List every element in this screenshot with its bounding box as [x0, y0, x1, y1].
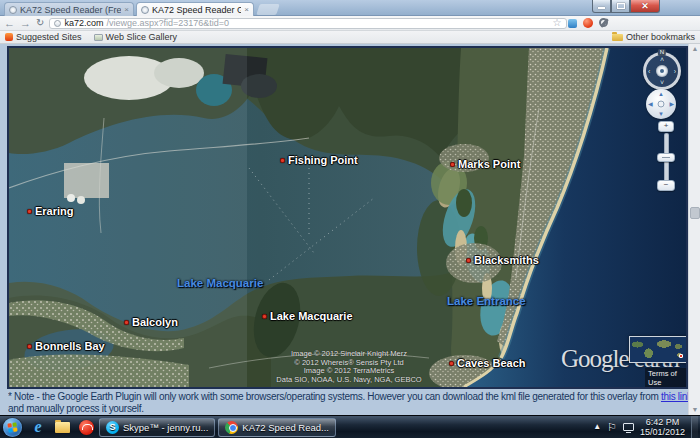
wrench-menu-icon[interactable] [599, 18, 609, 28]
url-host: ka72.com [64, 18, 103, 28]
bookmark-web-slice-gallery[interactable]: Web Slice Gallery [94, 32, 177, 42]
bookmark-suggested-sites[interactable]: Suggested Sites [5, 32, 82, 42]
placemark-marks-point[interactable]: Marks Point [450, 158, 520, 170]
tab-close-icon[interactable]: × [244, 5, 249, 14]
placemark-bonnells-bay[interactable]: Bonnells Bay [27, 340, 105, 352]
chrome-task-label: KA72 Speed Read... [242, 422, 329, 433]
overview-world-map[interactable] [629, 336, 686, 363]
close-icon: ✕ [641, 2, 649, 11]
show-hidden-icons-button[interactable]: ▲ [593, 423, 601, 431]
desktop-screen: KA72 Speed Reader (Free) × KA72 Speed Re… [0, 0, 700, 438]
back-button[interactable]: ← [4, 18, 15, 29]
address-bar[interactable]: ka72.com/viewge.aspx?fid=23176&tid=0 [49, 18, 567, 29]
look-right-arrow-icon[interactable]: › [674, 68, 676, 75]
water-label-lake-macquarie: Lake Macquarie [177, 277, 263, 289]
placemark-eraring[interactable]: Eraring [27, 205, 74, 217]
skype-task-button[interactable]: S Skype™ - jenny.ru... [99, 418, 215, 437]
placemark-balcolyn[interactable]: Balcolyn [124, 316, 178, 328]
url-path: /viewge.aspx?fid=23176&tid=0 [106, 18, 229, 28]
placemark-label: Lake Macquarie [270, 310, 353, 322]
windows-explorer-button[interactable] [51, 418, 73, 437]
internet-explorer-button[interactable]: e [27, 418, 49, 437]
move-down-arrow-icon[interactable]: ▼ [658, 111, 664, 117]
placemark-label: Fishing Point [288, 154, 358, 166]
folder-icon [612, 34, 623, 41]
tab-favicon-globe-icon [141, 6, 149, 14]
vertical-scrollbar[interactable]: ▲ ▼ [688, 44, 700, 415]
minimize-button[interactable] [592, 0, 611, 13]
placemark-dot-icon [280, 158, 285, 163]
page-note: * Note - the Google Earth Plugin will on… [8, 391, 698, 415]
trend-micro-button[interactable] [75, 418, 97, 437]
tab-ka72-google-earth[interactable]: KA72 Speed Reader Googl × [136, 2, 254, 16]
forward-button[interactable]: → [20, 18, 31, 29]
page-content: Fishing Point Marks Point Eraring Blacks… [0, 44, 700, 415]
look-up-arrow-icon[interactable]: ˄ [660, 56, 664, 63]
windows-flag-icon [7, 422, 17, 432]
scroll-down-arrow-icon[interactable]: ▼ [689, 405, 700, 415]
tab-title: KA72 Speed Reader (Free) [20, 5, 121, 15]
window-controls: ✕ [592, 0, 660, 13]
google-earth-plugin: Fishing Point Marks Point Eraring Blacks… [7, 46, 688, 389]
look-joystick[interactable]: N ˄ ˅ ‹ › [643, 52, 681, 90]
start-button[interactable] [3, 418, 22, 437]
placemark-fishing-point[interactable]: Fishing Point [280, 154, 358, 166]
reload-button[interactable]: ↻ [36, 18, 44, 28]
copyright-line: Data SIO, NOAA, U.S. Navy, NGA, GEBCO [239, 376, 459, 385]
satellite-imagery [9, 48, 686, 387]
satellite-map[interactable]: Fishing Point Marks Point Eraring Blacks… [9, 48, 686, 387]
tab-title: KA72 Speed Reader Googl [152, 5, 241, 15]
move-left-arrow-icon[interactable]: ◀ [648, 101, 653, 107]
move-right-arrow-icon[interactable]: ▶ [669, 101, 674, 107]
minimize-icon [598, 7, 605, 9]
bookmark-label: Suggested Sites [16, 32, 82, 42]
tab-ka72-free[interactable]: KA72 Speed Reader (Free) × [4, 2, 134, 16]
zoom-in-button[interactable]: + [658, 121, 674, 132]
terms-of-use-link[interactable]: Terms of Use [645, 368, 686, 387]
zoom-out-button[interactable]: − [657, 180, 675, 191]
show-desktop-button[interactable] [691, 416, 698, 438]
zoom-slider-handle[interactable] [657, 153, 675, 162]
placemark-label: Caves Beach [457, 357, 526, 369]
internet-explorer-icon: e [34, 419, 41, 435]
placemark-blacksmiths[interactable]: Blacksmiths [466, 254, 539, 266]
chrome-task-button[interactable]: KA72 Speed Read... [218, 418, 336, 437]
action-center-flag-icon[interactable]: ⚐ [607, 422, 617, 433]
blue-extension-icon[interactable] [568, 19, 577, 28]
skype-icon: S [106, 421, 119, 434]
scroll-up-arrow-icon[interactable]: ▲ [689, 44, 700, 54]
move-up-arrow-icon[interactable]: ▲ [658, 91, 664, 97]
scrollbar-thumb[interactable] [690, 207, 700, 219]
other-bookmarks-label: Other bookmarks [626, 32, 695, 42]
taskbar-clock[interactable]: 6:42 PM 15/01/2012 [640, 417, 685, 437]
placemark-caves-beach[interactable]: Caves Beach [449, 357, 526, 369]
bookmark-label: Web Slice Gallery [106, 32, 177, 42]
tab-close-icon[interactable]: × [124, 5, 129, 14]
skype-task-label: Skype™ - jenny.ru... [123, 422, 208, 433]
placemark-dot-icon [466, 258, 471, 263]
close-button[interactable]: ✕ [630, 0, 660, 13]
placemark-dot-icon [27, 344, 32, 349]
look-down-arrow-icon[interactable]: ˅ [660, 79, 664, 86]
look-center-eye-icon[interactable] [656, 65, 668, 77]
map-copyright: Image © 2012 Sinclair Knight Merz © 2012… [239, 350, 459, 384]
move-joystick[interactable]: ▲ ▼ ◀ ▶ [646, 89, 676, 119]
windows-taskbar: e S Skype™ - jenny.ru... KA72 Speed Read… [0, 415, 700, 438]
placemark-lake-macquarie[interactable]: Lake Macquarie [262, 310, 353, 322]
bookmark-star-icon[interactable]: ☆ [552, 18, 561, 28]
red-extension-icon[interactable] [583, 18, 593, 28]
move-center-icon[interactable] [658, 101, 665, 108]
overview-location-marker-icon [679, 354, 683, 358]
tab-favicon-globe-icon [9, 6, 17, 14]
display-settings-icon[interactable] [623, 423, 634, 431]
placemark-label: Bonnells Bay [35, 340, 105, 352]
note-text: * Note - the Google Earth Plugin will on… [8, 391, 658, 402]
other-bookmarks-button[interactable]: Other bookmarks [612, 32, 695, 42]
new-tab-button[interactable] [256, 4, 280, 15]
compass-north-label: N [658, 49, 666, 56]
chrome-icon [225, 421, 238, 434]
browser-toolbar: ← → ↻ ka72.com/viewge.aspx?fid=23176&tid… [0, 16, 700, 31]
maximize-button[interactable] [611, 0, 630, 13]
look-left-arrow-icon[interactable]: ‹ [648, 68, 650, 75]
suggested-sites-icon [5, 33, 13, 41]
